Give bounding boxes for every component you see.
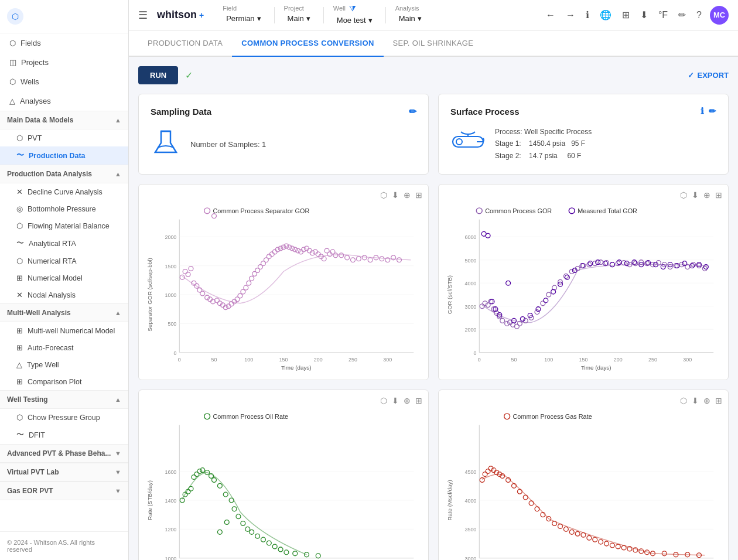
forward-button[interactable]: → — [563, 8, 578, 23]
chart2-save-icon[interactable]: ⬡ — [680, 190, 687, 200]
chart4-save-icon[interactable]: ⬡ — [680, 396, 687, 405]
chevron-up-icon-4: ▲ — [115, 396, 121, 403]
surface-card-body: Process: Well Specific Process Stage 1: … — [450, 126, 716, 162]
table-button[interactable]: ⊞ — [620, 7, 632, 23]
sidebar-item-nodal-analysis[interactable]: ✕ Nodal Analysis — [0, 286, 128, 303]
chart2-expand-icon[interactable]: ⊞ — [715, 190, 722, 200]
svg-text:3000: 3000 — [465, 556, 477, 560]
section-main-data-models[interactable]: Main Data & Models ▲ — [0, 111, 128, 129]
avatar[interactable]: MC — [710, 6, 729, 25]
chart3-save-icon[interactable]: ⬡ — [380, 396, 387, 405]
section-gas-eor-pvt[interactable]: Gas EOR PVT ▼ — [0, 482, 128, 500]
chart3-zoom-icon[interactable]: ⊕ — [404, 396, 411, 405]
brand: whitson+ — [157, 9, 204, 21]
chart4-svg: Common Process Gas Rate Rate (Mscf/day) … — [445, 408, 722, 560]
chow-pressure-icon: ⬡ — [16, 413, 23, 422]
tab-sep-oil-shrinkage[interactable]: SEP. OIL SHRINKAGE — [384, 30, 483, 57]
numerical-rta-icon: ⬡ — [16, 257, 23, 265]
sidebar-item-flowing-material[interactable]: ⬡ Flowing Material Balance — [0, 217, 128, 234]
section-multi-well[interactable]: Multi-Well Analysis ▲ — [0, 303, 128, 322]
svg-point-50 — [244, 285, 248, 290]
project-selector[interactable]: Main ▾ — [284, 12, 314, 25]
export-button[interactable]: ✓ EXPORT — [688, 71, 729, 80]
sidebar-item-analyses[interactable]: △ Analyses — [0, 91, 128, 111]
sidebar-item-decline-curve[interactable]: ✕ Decline Curve Analysis — [0, 183, 128, 200]
svg-point-293 — [599, 539, 603, 544]
chart1-download-icon[interactable]: ⬇ — [392, 190, 399, 200]
sidebar-item-chow-pressure[interactable]: ⬡ Chow Pressure Group — [0, 409, 128, 426]
field-selector[interactable]: Permian ▾ — [223, 12, 264, 25]
sidebar-item-wells[interactable]: ⬡ Wells — [0, 72, 128, 91]
svg-text:150: 150 — [579, 357, 588, 363]
sidebar-item-pvt[interactable]: ⬡ PVT — [0, 129, 128, 146]
chart4-expand-icon[interactable]: ⊞ — [715, 396, 722, 405]
chart1-save-icon[interactable]: ⬡ — [380, 190, 387, 200]
help-button[interactable]: ? — [694, 8, 704, 23]
sidebar-item-analytical-rta[interactable]: 〜 Analytical RTA — [0, 234, 128, 252]
sidebar-item-type-well[interactable]: △ Type Well — [0, 356, 128, 373]
svg-text:1000: 1000 — [165, 292, 177, 298]
svg-point-39 — [212, 214, 217, 218]
tab-production-data[interactable]: PRODUCTION DATA — [138, 30, 232, 57]
chart1-expand-icon[interactable]: ⊞ — [415, 190, 422, 200]
well-selector[interactable]: Moe test ▾ — [333, 13, 376, 27]
sidebar-item-dfit[interactable]: 〜 DFIT — [0, 426, 128, 444]
dfit-icon: 〜 — [16, 430, 24, 440]
sidebar-item-multi-well-numerical[interactable]: ⊞ Multi-well Numerical Model — [0, 322, 128, 339]
surface-edit-icon[interactable]: ✏ — [709, 106, 716, 117]
svg-point-93 — [476, 208, 482, 214]
sidebar-item-production-data[interactable]: 〜 Production Data — [0, 146, 128, 165]
chart3-expand-icon[interactable]: ⊞ — [415, 396, 422, 405]
edit-button[interactable]: ✏ — [676, 7, 688, 23]
svg-text:1000: 1000 — [165, 556, 177, 560]
sidebar-item-numerical-model[interactable]: ⊞ Numerical Model — [0, 269, 128, 286]
sidebar-item-bottomhole[interactable]: ◎ Bottomhole Pressure — [0, 200, 128, 217]
chart2-download-icon[interactable]: ⬇ — [692, 190, 699, 200]
sidebar-item-numerical-rta[interactable]: ⬡ Numerical RTA — [0, 252, 128, 269]
svg-point-177 — [565, 275, 569, 279]
section-production-data-analysis[interactable]: Production Data Analysis ▲ — [0, 165, 128, 183]
sidebar-logo: ⬡ — [0, 0, 128, 33]
info-button[interactable]: ℹ — [583, 7, 592, 23]
sidebar-item-fields[interactable]: ⬡ Fields — [0, 33, 128, 53]
chart4-download-icon[interactable]: ⬇ — [692, 396, 699, 405]
run-button[interactable]: RUN — [138, 66, 178, 84]
section-well-testing[interactable]: Well Testing ▲ — [0, 390, 128, 409]
numerical-model-icon: ⊞ — [16, 274, 23, 282]
svg-point-181 — [596, 260, 600, 265]
bottomhole-icon: ◎ — [16, 204, 23, 213]
surface-info-icon[interactable]: ℹ — [701, 106, 704, 117]
chart2-zoom-icon[interactable]: ⊕ — [703, 190, 710, 200]
svg-point-84 — [351, 258, 356, 262]
sampling-edit-icon[interactable]: ✏ — [409, 106, 416, 117]
chart1-zoom-icon[interactable]: ⊕ — [404, 190, 411, 200]
temp-button[interactable]: °F — [656, 8, 670, 23]
field-dropdown-icon: ▾ — [257, 14, 261, 23]
pvt-icon: ⬡ — [16, 134, 23, 142]
svg-text:0: 0 — [178, 357, 181, 363]
type-well-icon: △ — [16, 360, 22, 369]
globe-button[interactable]: 🌐 — [597, 7, 614, 23]
svg-text:GOR (scf/STB): GOR (scf/STB) — [446, 275, 453, 314]
svg-point-233 — [236, 514, 241, 519]
menu-button[interactable]: ☰ — [138, 9, 148, 22]
sampling-card-body: Number of Samples: 1 — [151, 127, 416, 162]
section-advanced-pvt[interactable]: Advanced PVT & Phase Beha... ▼ — [0, 444, 128, 463]
sidebar-item-projects[interactable]: ◫ Projects — [0, 53, 128, 72]
svg-point-144 — [593, 261, 597, 266]
chart4-zoom-icon[interactable]: ⊕ — [703, 396, 710, 405]
back-button[interactable]: ← — [544, 8, 558, 23]
svg-point-85 — [356, 257, 361, 261]
chart3-download-icon[interactable]: ⬇ — [392, 396, 399, 405]
analysis-selector[interactable]: Main ▾ — [395, 12, 425, 25]
section-virtual-pvt-lab[interactable]: Virtual PVT Lab ▼ — [0, 463, 128, 482]
tab-common-process[interactable]: COMMON PROCESS CONVERSION — [232, 30, 383, 57]
charts-grid: ⬡ ⬇ ⊕ ⊞ Common Process Separator GOR Sep… — [138, 184, 729, 560]
sidebar-item-auto-forecast[interactable]: ⊞ Auto-Forecast — [0, 339, 128, 356]
svg-point-296 — [616, 544, 620, 549]
download-button[interactable]: ⬇ — [638, 7, 650, 23]
main-area: ☰ whitson+ Field Permian ▾ Project Main … — [129, 0, 738, 560]
sidebar-item-comparison-plot[interactable]: ⊞ Comparison Plot — [0, 373, 128, 390]
svg-text:4500: 4500 — [465, 469, 477, 475]
svg-point-270 — [483, 472, 487, 477]
